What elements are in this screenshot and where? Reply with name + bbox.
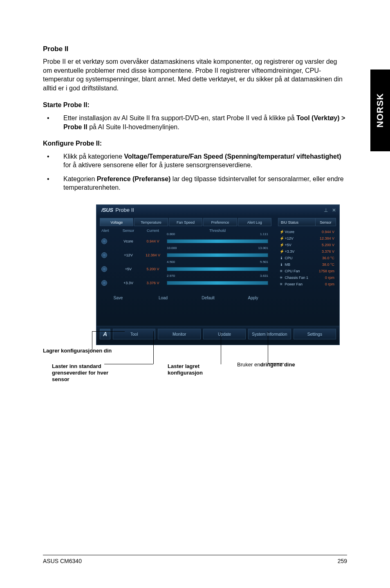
sensor-icon: 🌡 [280,256,284,260]
sensor-icon: ⚡ [280,249,284,254]
bottom-system-information-button[interactable]: System Information [248,329,291,339]
stat-value: 0.944 V [322,230,334,234]
start-item: Etter installasjon av AI Suite II fra su… [43,114,347,131]
stat-value: 12.384 V [320,236,334,240]
stat-name: 🌡 MB [280,263,290,267]
start-list: Etter installasjon av AI Suite II fra su… [43,114,347,131]
sensor-current: 3.376 V [141,281,165,285]
config-heading: Konfigure Probe II: [43,140,347,147]
asus-logo: /SUS [101,205,113,215]
stat-name: ⚡ +5V [280,243,291,247]
text: Kategorien [63,175,97,182]
stat-row: 🌡 CPU36.0 °C [278,255,336,261]
sensor-row: +12V12.384 V10.00013.001 [100,248,271,262]
screenshot-wrap: /SUS Probe II ⊥ ✕ VoltageTemperatureFan … [96,204,347,345]
stat-name: ✳ CPU Fan [280,269,300,273]
threshold-slider[interactable]: 10.00013.001 [165,252,270,258]
callouts: Lagrer konfigurasjonen din Laster inn st… [43,348,347,401]
text: for å aktivere sensorene eller for å jus… [63,162,252,168]
callout-load: Laster lagret konfigurasjon [168,363,221,377]
bold: Preference (Preferanse) [97,175,171,182]
start-heading: Starte Probe II: [43,101,347,109]
bold: Voltage/Temperature/Fan Speed (Spenning/… [124,153,341,160]
bottom-settings-button[interactable]: Settings [294,329,336,339]
sensor-icon: ✳ [280,269,284,273]
stat-name: ⚡ Vcore [280,230,294,234]
sensor-rows: Vcore0.944 V0.8001.111+12V12.384 V10.000… [100,234,271,290]
text: på AI Suite II-hovedmenylinjen. [87,123,179,130]
stats-list: ⚡ Vcore0.944 V⚡ +12V12.384 V⚡ +5V5.200 V… [278,229,336,287]
stat-value: 38.0 °C [322,263,334,267]
bottom-monitor-button[interactable]: Monitor [158,329,200,339]
stat-value: 36.0 °C [322,256,334,260]
status-box: BIU Status Sensor [278,218,336,226]
intro-paragraph: Probe II er et verktøy som overvåker dat… [43,57,347,92]
config-list: Klikk på kategoriene Voltage/Temperature… [43,152,347,192]
tab-preference[interactable]: Preference [203,218,237,226]
sensor-name: +3.3V [116,281,141,285]
callout-default: Laster inn standard grenseverdier for hv… [52,363,121,383]
stat-name: ⚡ +12V [280,236,294,240]
heading-probe2: Probe II [43,45,347,53]
text: Klikk på kategoriene [63,153,124,160]
stat-value: 5.200 V [322,243,334,247]
close-icon[interactable]: ✕ [332,205,336,215]
alert-toggle[interactable] [101,280,116,286]
status-right: Sensor [315,218,336,226]
probe-left: VoltageTemperatureFan SpeedPreferenceAle… [96,215,275,326]
stat-row: ✳ Chassis Fan 10 rpm [278,274,336,281]
hdr-alert: Alert [101,229,116,233]
minimize-icon[interactable]: ⊥ [324,205,328,215]
sensor-name: +5V [116,267,141,271]
tab-temperature[interactable]: Temperature [134,218,168,226]
config-item: Kategorien Preference (Preferanse) lar d… [43,175,347,192]
probe-right: BIU Status Sensor ⚡ Vcore0.944 V⚡ +12V12… [275,215,339,326]
sensor-icon: ✳ [280,276,284,280]
load-button[interactable]: Load [149,296,177,302]
button-row: SaveLoadDefaultApply [100,294,271,304]
stat-row: ✳ Power Fan0 rpm [278,281,336,287]
tabs: VoltageTemperatureFan SpeedPreferenceAle… [100,218,271,226]
sensor-icon: ✳ [280,282,284,286]
save-button[interactable]: Save [104,296,132,302]
sensor-row: Vcore0.944 V0.8001.111 [100,234,271,248]
bottom-update-button[interactable]: Update [203,329,246,339]
bottom-tool-button[interactable]: Tool [113,329,155,339]
sensor-name: Vcore [116,239,141,243]
sensor-icon: ⚡ [280,236,284,240]
stat-value: 0 rpm [325,276,334,280]
tab-voltage[interactable]: Voltage [100,218,133,226]
default-button[interactable]: Default [194,296,222,302]
alert-toggle[interactable] [101,238,116,244]
window-controls: ⊥ ✕ [324,205,336,215]
ai-logo-icon[interactable]: A [100,329,110,339]
stat-row: ✳ CPU Fan1758 rpm [278,268,336,274]
sensor-current: 0.944 V [141,239,165,243]
footer-page: 259 [338,558,347,564]
apply-button[interactable]: Apply [239,296,267,302]
hdr-sensor: Sensor [116,229,141,233]
sensor-icon: ⚡ [280,230,284,234]
status-left: BIU Status [278,218,315,226]
alert-toggle[interactable] [101,252,116,258]
stat-row: ⚡ +3.3V3.376 V [278,248,336,255]
threshold-slider[interactable]: 2.9703.631 [165,280,270,286]
tab-alert-log[interactable]: Alert Log [238,218,271,226]
stat-row: ⚡ Vcore0.944 V [278,229,336,235]
hdr-current: Current [141,229,165,233]
sensor-row: +5V5.200 V4.5005.501 [100,262,271,276]
bold: dringene dine [260,361,295,368]
window-title: Probe II [115,205,134,215]
footer: ASUS CM6340 259 [43,555,347,564]
sensor-icon: ⚡ [280,243,284,247]
stat-row: ⚡ +5V5.200 V [278,242,336,248]
sensor-icon: 🌡 [280,263,284,267]
stat-row: 🌡 MB38.0 °C [278,261,336,268]
threshold-slider[interactable]: 0.8001.111 [165,238,270,245]
bottom-bar: A ToolMonitorUpdateSystem InformationSet… [96,326,339,342]
text: Bruker en [237,361,260,368]
alert-toggle[interactable] [101,266,116,272]
threshold-slider[interactable]: 4.5005.501 [165,266,270,272]
tab-fan-speed[interactable]: Fan Speed [169,218,202,226]
stat-value: 3.376 V [322,249,334,254]
